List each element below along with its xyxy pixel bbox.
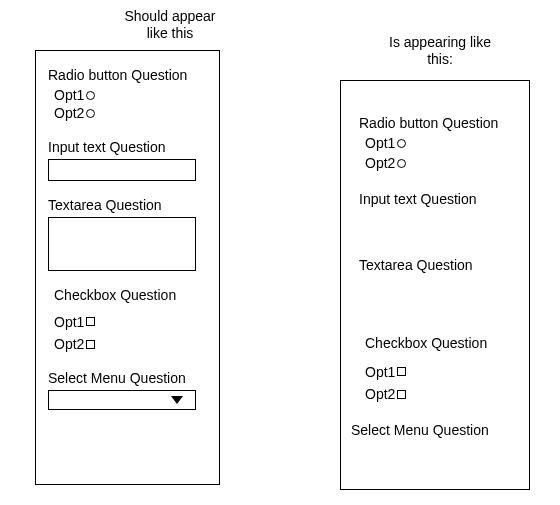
right-header-line1: Is appearing like (360, 34, 520, 51)
radio-option-1[interactable]: Opt1 (54, 87, 207, 104)
checkbox-question-title: Checkbox Question (54, 287, 207, 303)
radio-question-title: Radio button Question (48, 67, 207, 83)
checkbox-option-1-label: Opt1 (54, 314, 84, 331)
checkbox-option-1[interactable]: Opt1 (54, 314, 207, 331)
radio-option-1-label: Opt1 (54, 87, 84, 104)
radio-question-title: Radio button Question (359, 115, 517, 131)
textarea-question-title: Textarea Question (48, 197, 207, 213)
checkbox-square-icon (397, 390, 406, 399)
checkbox-option-1-label: Opt1 (365, 364, 395, 381)
checkbox-option-2[interactable]: Opt2 (365, 386, 517, 403)
left-header-line1: Should appear (90, 8, 250, 25)
checkbox-option-2[interactable]: Opt2 (54, 336, 207, 353)
text-input[interactable] (48, 159, 196, 181)
checkbox-square-icon (397, 367, 406, 376)
right-panel: Radio button Question Opt1 Opt2 Input te… (340, 80, 530, 490)
checkbox-option-1[interactable]: Opt1 (365, 364, 517, 381)
radio-circle-icon (397, 159, 406, 168)
checkbox-option-2-label: Opt2 (365, 386, 395, 403)
radio-option-2[interactable]: Opt2 (365, 155, 517, 172)
select-question-title: Select Menu Question (351, 422, 517, 438)
left-panel: Radio button Question Opt1 Opt2 Input te… (35, 50, 220, 485)
left-header: Should appear like this (90, 8, 250, 42)
select-question-title: Select Menu Question (48, 370, 207, 386)
radio-circle-icon (397, 139, 406, 148)
right-header-line2: this: (360, 51, 520, 68)
left-header-line2: like this (90, 25, 250, 42)
input-question-title: Input text Question (48, 139, 207, 155)
radio-option-2[interactable]: Opt2 (54, 105, 207, 122)
radio-option-2-label: Opt2 (54, 105, 84, 122)
radio-circle-icon (86, 91, 95, 100)
checkbox-question-title: Checkbox Question (365, 335, 517, 351)
right-header: Is appearing like this: (360, 34, 520, 68)
radio-option-1-label: Opt1 (365, 135, 395, 152)
checkbox-square-icon (86, 317, 95, 326)
radio-option-2-label: Opt2 (365, 155, 395, 172)
select-menu[interactable] (48, 390, 196, 410)
checkbox-square-icon (86, 340, 95, 349)
checkbox-option-2-label: Opt2 (54, 336, 84, 353)
radio-option-1[interactable]: Opt1 (365, 135, 517, 152)
textarea-input[interactable] (48, 217, 196, 271)
input-question-title: Input text Question (359, 191, 517, 207)
radio-circle-icon (86, 109, 95, 118)
textarea-question-title: Textarea Question (359, 257, 517, 273)
chevron-down-icon (171, 396, 183, 404)
